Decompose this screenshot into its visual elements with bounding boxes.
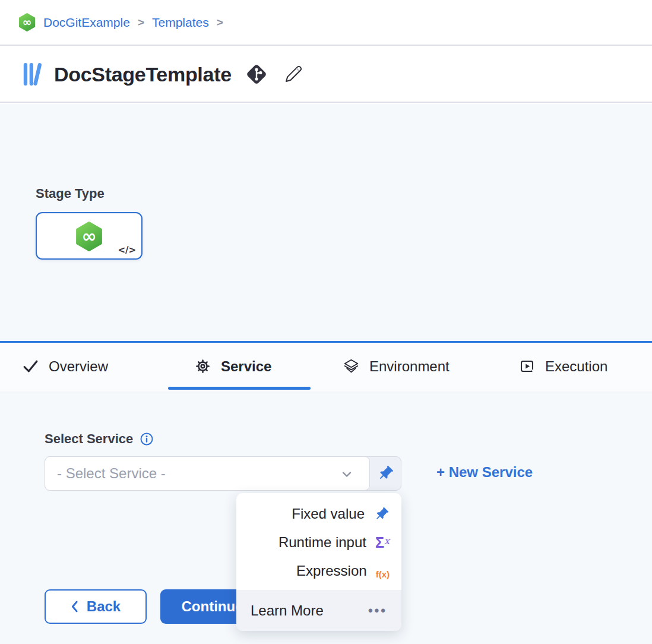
- select-service-label-row: Select Service: [45, 431, 154, 447]
- breadcrumb-separator: >: [217, 16, 223, 29]
- learn-more-label: Learn More: [251, 602, 324, 619]
- more-options-icon: •••: [368, 604, 387, 617]
- gear-icon: [195, 358, 211, 374]
- check-icon: [23, 358, 39, 374]
- breadcrumb-project-link[interactable]: DocGitExample: [43, 15, 130, 30]
- back-button-label: Back: [87, 598, 121, 615]
- service-section: Select Service - Select Service - + New …: [0, 391, 652, 644]
- breadcrumb: DocGitExample > Templates >: [0, 0, 652, 46]
- code-badge: </>: [118, 245, 136, 255]
- tab-environment-label: Environment: [369, 358, 450, 375]
- value-type-menu-items: Fixed value Runtime input Σx Expression …: [236, 500, 401, 585]
- tab-execution[interactable]: Execution: [519, 343, 607, 390]
- page-title: DocStageTemplate: [54, 63, 232, 86]
- back-button[interactable]: Back: [45, 589, 147, 624]
- stage-type-card[interactable]: </>: [36, 212, 143, 260]
- tab-overview-label: Overview: [49, 358, 108, 375]
- pin-icon: [374, 506, 390, 522]
- new-service-link[interactable]: + New Service: [436, 464, 533, 481]
- service-select-group: - Select Service -: [45, 456, 401, 491]
- runtime-input-sigma-icon: Σx: [375, 535, 390, 550]
- tab-service-label: Service: [221, 358, 271, 375]
- play-square-icon: [519, 358, 535, 374]
- tab-execution-label: Execution: [545, 358, 607, 375]
- menu-item-runtime-input[interactable]: Runtime input Σx: [236, 528, 401, 557]
- expression-label: Expression: [296, 563, 367, 579]
- pin-icon: [376, 465, 394, 482]
- tab-environment[interactable]: Environment: [343, 343, 450, 390]
- layers-icon: [343, 358, 359, 374]
- git-remote-icon: [243, 61, 270, 87]
- page-header: DocStageTemplate: [0, 47, 652, 103]
- service-select-input[interactable]: - Select Service -: [45, 456, 370, 491]
- value-type-menu: Fixed value Runtime input Σx Expression …: [236, 493, 401, 631]
- edit-pencil-icon[interactable]: [281, 62, 305, 86]
- expression-fx-icon: f(x): [376, 563, 390, 579]
- stage-tabs: Overview Service Environment: [0, 341, 652, 390]
- active-tab-underline: [168, 387, 311, 390]
- select-service-label: Select Service: [45, 431, 133, 447]
- menu-item-fixed-value[interactable]: Fixed value: [236, 500, 401, 528]
- breadcrumb-templates-link[interactable]: Templates: [152, 15, 209, 30]
- chevron-down-icon: [340, 467, 354, 481]
- continue-button-label: Continue: [182, 598, 243, 615]
- service-select-placeholder: - Select Service -: [57, 465, 166, 482]
- tab-overview[interactable]: Overview: [23, 343, 108, 390]
- stage-type-label: Stage Type: [36, 186, 105, 201]
- info-icon[interactable]: [140, 432, 154, 446]
- stage-type-section: Stage Type </>: [0, 104, 652, 341]
- value-type-pin-button[interactable]: [369, 457, 401, 490]
- runtime-input-label: Runtime input: [278, 534, 366, 551]
- harness-cd-icon: [74, 220, 104, 252]
- harness-project-icon: [18, 13, 36, 31]
- tab-service[interactable]: Service: [195, 343, 271, 390]
- chevron-left-icon: [71, 600, 79, 613]
- learn-more-row[interactable]: Learn More •••: [236, 590, 401, 631]
- breadcrumb-separator: >: [138, 16, 144, 29]
- template-library-icon: [23, 61, 44, 87]
- fixed-value-label: Fixed value: [292, 506, 365, 522]
- menu-item-expression[interactable]: Expression f(x): [236, 557, 401, 585]
